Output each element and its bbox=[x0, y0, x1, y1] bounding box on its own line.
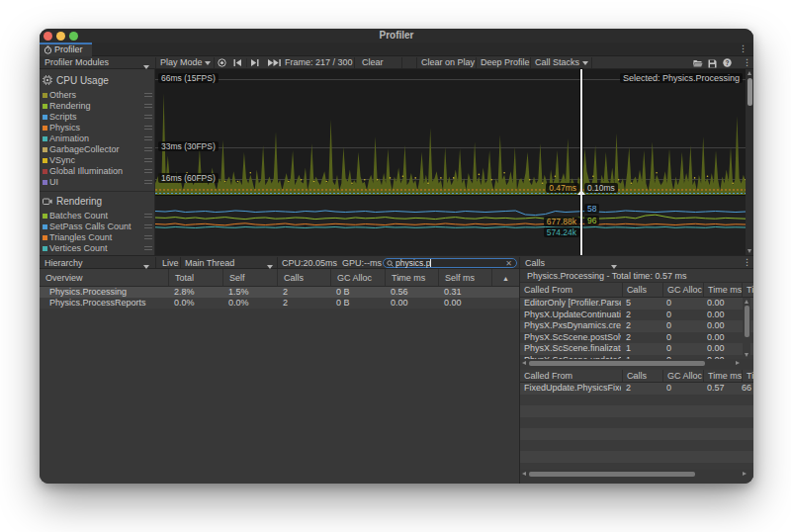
legend-label: VSync bbox=[49, 155, 75, 166]
legend-batches-count[interactable]: Batches Count bbox=[40, 211, 155, 222]
hierarchy-row-physics.processreports[interactable]: Physics.ProcessReports0.0%0.0%20 B0.000.… bbox=[40, 298, 519, 309]
legend-vertices-count[interactable]: Vertices Count bbox=[40, 243, 155, 254]
drag-handle-icon[interactable] bbox=[144, 180, 152, 184]
drag-handle-icon[interactable] bbox=[144, 158, 152, 162]
prev-frame-button[interactable] bbox=[233, 59, 241, 66]
legend-color-swatch bbox=[43, 246, 47, 251]
column-header-time-ms[interactable]: Time ms ▾ bbox=[385, 269, 438, 286]
cell: 0 bbox=[666, 343, 696, 355]
clear-on-play-button[interactable]: Clear on Play bbox=[421, 56, 475, 69]
column-header-gc-alloc[interactable]: GC Alloc bbox=[662, 370, 703, 382]
record-button[interactable] bbox=[218, 58, 226, 67]
called-from-row[interactable]: PhysX.ScScene.finalizatic100.00 bbox=[520, 343, 753, 355]
column-header-ti[interactable]: Ti bbox=[742, 283, 753, 297]
legend-rendering[interactable]: Rendering bbox=[40, 101, 155, 112]
tab-menu-icon[interactable]: ⋮ bbox=[739, 44, 747, 53]
column-header-total[interactable]: Total bbox=[168, 269, 222, 286]
scroll-right-icon[interactable] bbox=[743, 472, 747, 476]
legend-ui[interactable]: UI bbox=[40, 177, 155, 188]
details-horizontal-scrollbar[interactable] bbox=[520, 359, 753, 367]
column-header-gc-alloc[interactable]: GC Alloc bbox=[330, 269, 385, 286]
cpu-chart[interactable]: 66ms (15FPS) 33ms (30FPS) 16ms (60FPS) S… bbox=[155, 69, 746, 255]
cell: 2 bbox=[283, 298, 288, 309]
legend-others[interactable]: Others bbox=[40, 90, 155, 101]
details-vertical-scrollbar[interactable] bbox=[743, 298, 750, 359]
drag-handle-icon[interactable] bbox=[144, 126, 152, 130]
column-header-calls[interactable]: Calls bbox=[277, 269, 330, 286]
legend-physics[interactable]: Physics bbox=[40, 123, 155, 133]
scrollbar-thumb[interactable] bbox=[745, 306, 749, 337]
column-header-overview[interactable]: Overview bbox=[40, 269, 168, 286]
scroll-up-icon[interactable] bbox=[745, 300, 748, 304]
drag-handle-icon[interactable] bbox=[144, 147, 152, 151]
drag-handle-icon[interactable] bbox=[144, 169, 152, 173]
cell: PhysX.ScScene.finalizatic bbox=[524, 343, 621, 355]
callers-row[interactable]: FixedUpdate.PhysicsFixec200.5766 bbox=[520, 383, 753, 395]
deep-profile-button[interactable]: Deep Profile bbox=[481, 56, 530, 69]
hierarchy-row-physics.processing[interactable]: Physics.Processing2.8%1.5%20 B0.560.31 bbox=[40, 287, 519, 298]
details-menu-icon[interactable]: ⋮ bbox=[743, 258, 751, 267]
scrollbar-thumb[interactable] bbox=[747, 78, 752, 106]
called-from-row[interactable]: PhysX.PxsDynamics.creat200.00 bbox=[520, 320, 753, 332]
called-from-row[interactable]: EditorOnly [Profiler.ParseT500.00 bbox=[520, 298, 753, 310]
tab-profiler[interactable]: Profiler bbox=[40, 43, 92, 56]
legend-global-illumination[interactable]: Global Illumination bbox=[40, 166, 155, 177]
called-from-row[interactable]: PhysX.UpdateContinuatio200.00 bbox=[520, 310, 753, 321]
search-field[interactable]: physics.p ✕ bbox=[383, 258, 517, 269]
legend-animation[interactable]: Animation bbox=[40, 133, 155, 144]
rendering-module-header[interactable]: Rendering bbox=[40, 194, 102, 208]
scroll-left-icon[interactable] bbox=[522, 472, 526, 476]
legend-garbagecollector[interactable]: GarbageCollector bbox=[40, 144, 155, 155]
load-profile-icon[interactable] bbox=[693, 59, 703, 67]
next-frame-button[interactable] bbox=[251, 59, 259, 66]
callers-horizontal-scrollbar[interactable] bbox=[520, 470, 753, 478]
scroll-down-icon[interactable] bbox=[747, 249, 751, 253]
clear-search-icon[interactable]: ✕ bbox=[505, 259, 512, 268]
column-header-sort[interactable]: ▲ bbox=[491, 269, 519, 286]
charts-vertical-scrollbar[interactable] bbox=[746, 69, 753, 255]
drag-handle-icon[interactable] bbox=[144, 115, 152, 119]
scrollbar-thumb[interactable] bbox=[529, 472, 695, 477]
current-frame-button[interactable] bbox=[268, 59, 281, 66]
scrollbar-thumb[interactable] bbox=[529, 361, 705, 366]
called-from-row[interactable]: PhysX.ScScene.postSolve200.00 bbox=[520, 332, 753, 344]
drag-handle-icon[interactable] bbox=[144, 93, 152, 97]
save-profile-icon[interactable] bbox=[708, 59, 717, 68]
drag-handle-icon[interactable] bbox=[144, 235, 152, 239]
column-header-calls[interactable]: Calls ▾ bbox=[622, 370, 662, 382]
legend-setpass-calls-count[interactable]: SetPass Calls Count bbox=[40, 222, 155, 232]
scroll-left-icon[interactable] bbox=[522, 361, 526, 365]
help-icon[interactable]: ? bbox=[723, 58, 732, 67]
drag-handle-icon[interactable] bbox=[144, 136, 152, 140]
cell: 0.00 bbox=[707, 298, 737, 310]
profiler-modules-dropdown[interactable]: Profiler Modules bbox=[44, 56, 109, 69]
column-header-called-from[interactable]: Called From bbox=[520, 370, 622, 382]
drag-handle-icon[interactable] bbox=[144, 246, 152, 250]
legend-triangles-count[interactable]: Triangles Count bbox=[40, 232, 155, 243]
legend-vsync[interactable]: VSync bbox=[40, 155, 155, 166]
scroll-up-icon[interactable] bbox=[747, 71, 751, 75]
cpu-module-header[interactable]: CPU Usage bbox=[40, 73, 109, 87]
toolbar-menu-icon[interactable]: ⋮ bbox=[743, 58, 751, 67]
clear-button[interactable]: Clear bbox=[362, 56, 384, 69]
call-stacks-dropdown[interactable]: Call Stacks bbox=[535, 56, 588, 69]
column-header-self[interactable]: Self bbox=[222, 269, 277, 286]
legend-color-swatch bbox=[43, 169, 47, 174]
column-header-time-ms[interactable]: Time ms bbox=[703, 370, 742, 382]
column-header-ti[interactable]: Ti bbox=[742, 370, 753, 382]
play-mode-dropdown[interactable]: Play Mode bbox=[160, 56, 211, 69]
search-icon bbox=[387, 260, 394, 267]
drag-handle-icon[interactable] bbox=[144, 104, 152, 108]
column-header-called-from[interactable]: Called From bbox=[520, 283, 622, 297]
scroll-right-icon[interactable] bbox=[736, 361, 740, 365]
column-header-gc-alloc[interactable]: GC Alloc bbox=[662, 283, 703, 297]
column-header-self-ms[interactable]: Self ms bbox=[438, 269, 491, 286]
column-header-time-ms[interactable]: Time ms bbox=[703, 283, 742, 297]
drag-handle-icon[interactable] bbox=[144, 214, 152, 218]
column-header-calls[interactable]: Calls ▾ bbox=[622, 283, 662, 297]
selected-frame-line[interactable] bbox=[580, 69, 582, 255]
legend-scripts[interactable]: Scripts bbox=[40, 112, 155, 123]
scroll-down-icon[interactable] bbox=[745, 353, 748, 357]
cell: 1 bbox=[626, 343, 656, 355]
drag-handle-icon[interactable] bbox=[144, 224, 152, 228]
